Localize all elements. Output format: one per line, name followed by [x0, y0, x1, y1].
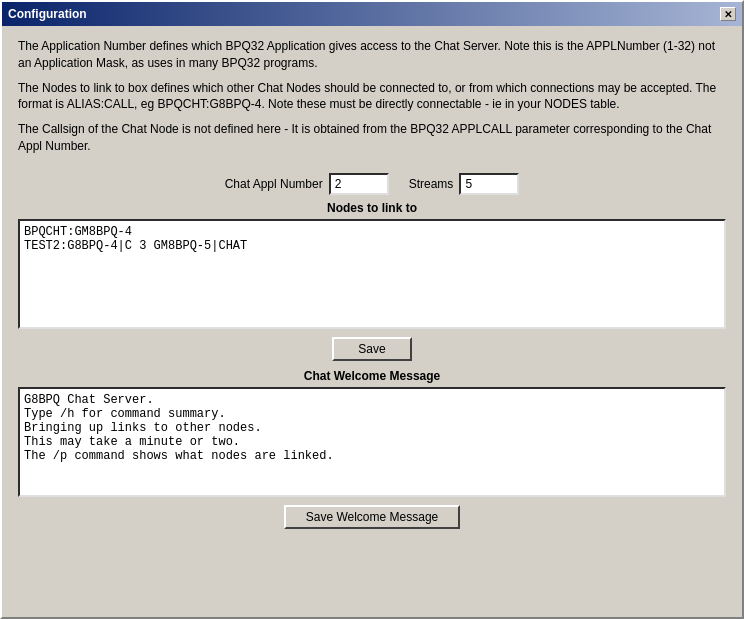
- welcome-section-label: Chat Welcome Message: [18, 369, 726, 383]
- welcome-textarea[interactable]: [18, 387, 726, 497]
- window-title: Configuration: [8, 7, 87, 21]
- save-welcome-button-row: Save Welcome Message: [18, 505, 726, 529]
- save-button[interactable]: Save: [332, 337, 412, 361]
- nodes-section-label: Nodes to link to: [18, 201, 726, 215]
- streams-input[interactable]: [459, 173, 519, 195]
- streams-group: Streams: [409, 173, 520, 195]
- description-paragraph2: The Nodes to link to box defines which o…: [18, 80, 726, 114]
- configuration-window: Configuration ✕ The Application Number d…: [0, 0, 744, 619]
- title-bar: Configuration ✕: [2, 2, 742, 26]
- close-button[interactable]: ✕: [720, 7, 736, 21]
- save-welcome-button[interactable]: Save Welcome Message: [284, 505, 461, 529]
- nodes-textarea[interactable]: [18, 219, 726, 329]
- save-button-row: Save: [18, 337, 726, 361]
- appl-streams-row: Chat Appl Number Streams: [18, 173, 726, 195]
- appl-number-input[interactable]: [329, 173, 389, 195]
- content-area: The Application Number defines which BPQ…: [2, 26, 742, 617]
- description-paragraph1: The Application Number defines which BPQ…: [18, 38, 726, 72]
- streams-label: Streams: [409, 177, 454, 191]
- appl-number-group: Chat Appl Number: [225, 173, 389, 195]
- description-paragraph3: The Callsign of the Chat Node is not def…: [18, 121, 726, 155]
- appl-number-label: Chat Appl Number: [225, 177, 323, 191]
